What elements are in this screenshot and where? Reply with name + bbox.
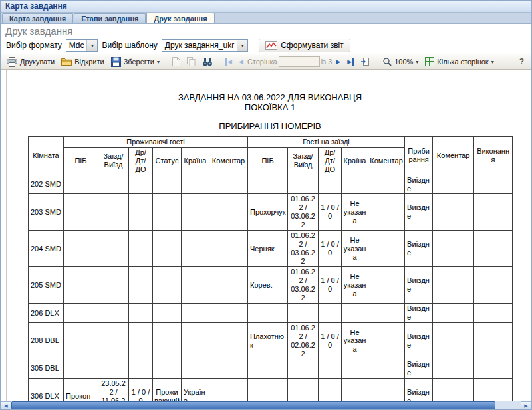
cell-staying-comment — [209, 194, 248, 231]
cell-staying-status — [153, 194, 182, 231]
format-select[interactable]: Mdc ▾ — [66, 39, 98, 52]
prev-page-button[interactable]: ◀ — [236, 56, 246, 67]
scrollbar-track[interactable] — [11, 401, 521, 409]
cell-comment — [433, 378, 474, 401]
cleaning-row: 203 SMD Прохорчук 01.06.22 / 03.06.22 1 … — [29, 194, 513, 231]
cell-room: 205 SMD — [29, 267, 64, 304]
cell-done — [474, 378, 513, 401]
tab-task-card[interactable]: Карта завдання — [2, 13, 73, 23]
cell-comment — [433, 231, 474, 267]
cell-comment — [433, 267, 474, 304]
tab-task-card-label: Карта завдання — [9, 15, 66, 23]
cell-staying-name — [64, 231, 98, 267]
cell-arriving-comment — [368, 267, 405, 304]
first-page-button[interactable]: ◀ — [223, 56, 235, 67]
cell-arriving-counts — [319, 359, 342, 378]
generate-report-button[interactable]: Сформувати звіт — [259, 39, 350, 52]
pages-total-label: із 3 — [321, 58, 332, 66]
goto-page-button[interactable] — [358, 56, 372, 68]
save-icon — [111, 57, 121, 67]
cell-staying-name — [64, 194, 98, 231]
report-title-line1: ЗАВДАННЯ НА 03.06.2022 ДЛЯ ВИКОНАВЦЯ — [28, 92, 512, 102]
col-arriving-country: Країна — [342, 147, 368, 175]
multipage-button[interactable]: Кілька сторінок ▾ — [422, 56, 496, 68]
cell-staying-counts — [129, 359, 153, 378]
open-button[interactable]: Відкрити — [59, 56, 106, 68]
horizontal-scrollbar[interactable]: ◀ ▶ — [1, 401, 531, 409]
folder-open-icon — [61, 57, 72, 66]
help-button[interactable]: ? — [515, 57, 528, 66]
cell-staying-comment — [209, 304, 248, 323]
cell-arriving-name: Плахотнюк — [248, 323, 288, 359]
chevron-down-icon: ▾ — [157, 59, 160, 65]
cell-cleaning-type: Виїздне — [405, 267, 433, 304]
multipage-label: Кілька сторінок — [437, 58, 488, 66]
cell-done — [474, 323, 513, 359]
cell-staying-dates — [98, 194, 129, 231]
cell-done — [474, 175, 513, 194]
save-button[interactable]: Зберегти ▾ — [108, 56, 162, 68]
export-button[interactable] — [170, 56, 183, 68]
cell-arriving-dates — [288, 359, 319, 378]
chevron-down-icon: ▾ — [491, 59, 494, 65]
report-page: ЗАВДАННЯ НА 03.06.2022 ДЛЯ ВИКОНАВЦЯ ПОК… — [6, 70, 526, 401]
col-staying-comment: Коментар — [209, 147, 248, 175]
cell-arriving-counts — [319, 304, 342, 323]
cell-arriving-comment — [368, 323, 405, 359]
cell-done — [474, 359, 513, 378]
template-select[interactable]: Друк завдання_ukr ▾ — [162, 39, 248, 52]
document-icon — [172, 57, 180, 66]
cleaning-row: 208 DBL Плахотнюк 01.06.22 / 02.06.22 1 … — [29, 323, 513, 359]
cell-staying-comment — [209, 175, 248, 194]
cell-arriving-dates: 01.06.22 / 03.06.22 — [288, 267, 319, 304]
template-select-value: Друк завдання_ukr — [162, 40, 237, 51]
cell-staying-counts — [129, 323, 153, 359]
zoom-value: 100% — [394, 58, 413, 66]
cell-staying-comment — [209, 323, 248, 359]
cell-staying-status: Проживаючий — [153, 378, 182, 401]
scroll-right-button[interactable]: ▶ — [521, 401, 531, 409]
printer-icon — [7, 57, 17, 67]
toolbar-separator — [219, 56, 219, 67]
cell-arriving-country — [342, 378, 368, 401]
cell-staying-country — [182, 175, 209, 194]
cell-room: 305 DBL — [29, 359, 64, 378]
cell-arriving-counts: 1 / 0 / 0 — [319, 194, 342, 231]
cell-staying-status — [153, 231, 182, 267]
cell-arriving-name: Корев. — [248, 267, 288, 304]
next-page-button[interactable]: ▶ — [333, 56, 343, 67]
cell-cleaning-type: Виїздне — [405, 194, 433, 231]
page-number-input[interactable] — [279, 56, 320, 67]
cell-arriving-counts: 1 / 0 / 0 — [319, 323, 342, 359]
tab-task-print[interactable]: Друк завдання — [146, 13, 214, 23]
last-page-button[interactable]: ▶ — [344, 56, 356, 67]
report-content: ЗАВДАННЯ НА 03.06.2022 ДЛЯ ВИКОНАВЦЯ ПОК… — [7, 70, 512, 401]
cell-arriving-name: Черняк — [248, 231, 288, 267]
cleaning-section-title: ПРИБИРАННЯ НОМЕРІВ — [28, 121, 512, 131]
col-arriving-fio: ПІБ — [248, 147, 288, 175]
cell-staying-counts — [129, 175, 153, 194]
report-title-line2: ПОКОЇВКА 1 — [28, 102, 512, 112]
cleaning-row: 206 DLX — [29, 304, 513, 323]
cell-staying-country — [182, 231, 209, 267]
col-cleaning: Прибирання — [405, 136, 433, 175]
cell-arriving-comment — [368, 304, 405, 323]
cell-staying-status — [153, 304, 182, 323]
cell-staying-counts — [129, 304, 153, 323]
scrollbar-thumb[interactable] — [11, 401, 495, 409]
cell-arriving-name — [248, 378, 288, 401]
cell-staying-status — [153, 359, 182, 378]
zoom-button[interactable]: 100% ▾ — [380, 56, 421, 68]
cell-cleaning-type: Виїздне — [405, 359, 433, 378]
print-button[interactable]: Друкувати — [4, 56, 57, 68]
col-staying-ddd: Др/Дт/ДО — [129, 147, 153, 175]
copy-button[interactable] — [184, 56, 198, 68]
scroll-left-button[interactable]: ◀ — [1, 401, 11, 409]
tab-task-stages[interactable]: Етапи завдання — [74, 13, 146, 23]
cell-staying-comment — [209, 359, 248, 378]
cell-staying-comment — [209, 267, 248, 304]
format-select-value: Mdc — [66, 40, 87, 51]
cell-arriving-country: Не указана — [342, 267, 368, 304]
chevron-down-icon: ▾ — [237, 40, 247, 51]
search-button[interactable] — [200, 56, 215, 68]
